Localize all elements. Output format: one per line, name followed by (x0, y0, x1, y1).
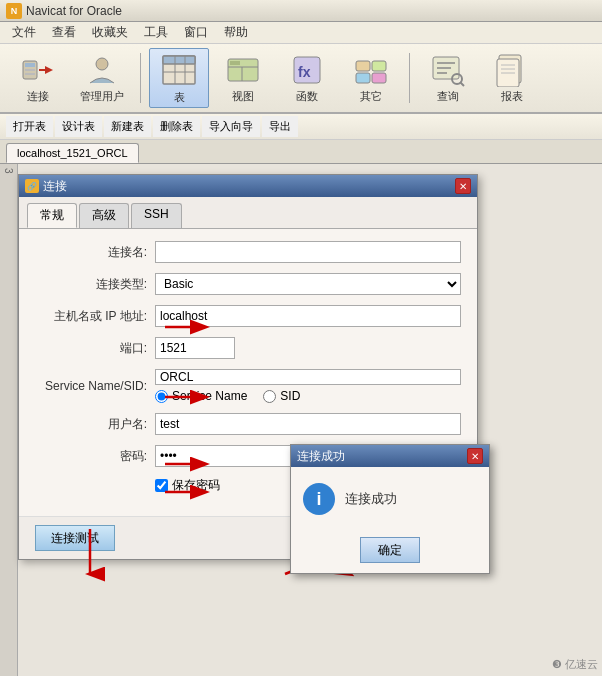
form-row-username: 用户名: (35, 413, 461, 435)
toolbar-report[interactable]: 报表 (482, 48, 542, 108)
svg-rect-3 (25, 73, 35, 75)
sec-new-table[interactable]: 新建表 (104, 116, 151, 137)
menu-file[interactable]: 文件 (4, 22, 44, 43)
port-input[interactable] (155, 337, 235, 359)
success-close-btn[interactable]: ✕ (467, 448, 483, 464)
svg-rect-8 (163, 56, 195, 64)
svg-rect-19 (372, 61, 386, 71)
dialog-close-btn[interactable]: ✕ (455, 178, 471, 194)
svg-rect-20 (356, 73, 370, 83)
success-title-text: 连接成功 (297, 448, 345, 465)
connect-test-btn[interactable]: 连接测试 (35, 525, 115, 551)
password-label: 密码: (35, 448, 155, 465)
service-input[interactable] (155, 369, 461, 385)
port-label: 端口: (35, 340, 155, 357)
menu-window[interactable]: 窗口 (176, 22, 216, 43)
conntype-label: 连接类型: (35, 276, 155, 293)
user-icon (84, 53, 120, 87)
menu-tools[interactable]: 工具 (136, 22, 176, 43)
form-row-conntype: 连接类型: Basic (35, 273, 461, 295)
toolbar-table-label: 表 (174, 90, 185, 105)
form-row-connname: 连接名: (35, 241, 461, 263)
menu-help[interactable]: 帮助 (216, 22, 256, 43)
form-row-port: 端口: (35, 337, 461, 359)
toolbar-connect-label: 连接 (27, 89, 49, 104)
svg-rect-18 (356, 61, 370, 71)
svg-rect-1 (25, 63, 35, 67)
connname-label: 连接名: (35, 244, 155, 261)
radio-service-name[interactable]: Service Name (155, 389, 247, 403)
menu-favorites[interactable]: 收藏夹 (84, 22, 136, 43)
username-label: 用户名: (35, 416, 155, 433)
sec-design-table[interactable]: 设计表 (55, 116, 102, 137)
service-label: Service Name/SID: (35, 379, 155, 393)
toolbar-function-label: 函数 (296, 89, 318, 104)
sec-toolbar: 打开表 设计表 新建表 删除表 导入向导 导出 (0, 114, 602, 140)
dialog-title-icon: 🔗 (25, 179, 39, 193)
success-message: 连接成功 (345, 490, 397, 508)
content-area: 3 🔗 连接 ✕ 常规 高级 SSH 连接名: (0, 164, 602, 676)
tab-connection[interactable]: localhost_1521_ORCL (6, 143, 139, 163)
success-title-bar: 连接成功 ✕ (291, 445, 489, 467)
connect-icon (20, 53, 56, 87)
toolbar-view-label: 视图 (232, 89, 254, 104)
success-footer: 确定 (291, 531, 489, 573)
toolbar-function[interactable]: fx 函数 (277, 48, 337, 108)
toolbar-manage-users[interactable]: 管理用户 (72, 48, 132, 108)
connname-input[interactable] (155, 241, 461, 263)
dialog-tab-general[interactable]: 常规 (27, 203, 77, 228)
menu-bar: 文件 查看 收藏夹 工具 窗口 帮助 (0, 22, 602, 44)
success-dialog: 连接成功 ✕ i 连接成功 确定 (290, 444, 490, 574)
dialog-title-text: 连接 (43, 178, 67, 195)
conntype-select[interactable]: Basic (155, 273, 461, 295)
dialog-title-left: 🔗 连接 (25, 178, 67, 195)
app-title: Navicat for Oracle (26, 4, 122, 18)
app-icon: N (6, 3, 22, 19)
dialog-tab-advanced[interactable]: 高级 (79, 203, 129, 228)
report-icon (494, 53, 530, 87)
sec-open-table[interactable]: 打开表 (6, 116, 53, 137)
success-body: i 连接成功 (291, 467, 489, 531)
dialog-title-bar: 🔗 连接 ✕ (19, 175, 477, 197)
svg-marker-5 (45, 66, 53, 74)
svg-rect-21 (372, 73, 386, 83)
toolbar-view[interactable]: 视图 (213, 48, 273, 108)
toolbar-other[interactable]: 其它 (341, 48, 401, 108)
save-pwd-checkbox[interactable] (155, 479, 168, 492)
toolbar-table[interactable]: 表 (149, 48, 209, 108)
username-input[interactable] (155, 413, 461, 435)
svg-text:fx: fx (298, 64, 311, 80)
view-icon (225, 53, 261, 87)
menu-view[interactable]: 查看 (44, 22, 84, 43)
query-icon (430, 53, 466, 87)
form-row-host: 主机名或 IP 地址: (35, 305, 461, 327)
function-icon: fx (289, 53, 325, 87)
toolbar-other-label: 其它 (360, 89, 382, 104)
sec-delete-table[interactable]: 删除表 (153, 116, 200, 137)
dialog-tabs: 常规 高级 SSH (19, 197, 477, 229)
sec-import-wizard[interactable]: 导入向导 (202, 116, 260, 137)
toolbar-connect[interactable]: 连接 (8, 48, 68, 108)
toolbar-sep-2 (409, 53, 410, 103)
toolbar-query[interactable]: 查询 (418, 48, 478, 108)
host-input[interactable] (155, 305, 461, 327)
footer-left: 连接测试 (35, 525, 115, 551)
title-bar: N Navicat for Oracle (0, 0, 602, 22)
success-ok-btn[interactable]: 确定 (360, 537, 420, 563)
host-label: 主机名或 IP 地址: (35, 308, 155, 325)
svg-point-6 (96, 58, 108, 70)
other-icon (353, 53, 389, 87)
svg-line-27 (460, 82, 464, 86)
sec-export[interactable]: 导出 (262, 116, 298, 137)
toolbar-sep-1 (140, 53, 141, 103)
toolbar-query-label: 查询 (437, 89, 459, 104)
radio-sid[interactable]: SID (263, 389, 300, 403)
toolbar-manage-users-label: 管理用户 (80, 89, 124, 104)
save-pwd-label: 保存密码 (172, 477, 220, 494)
watermark: ❸ 亿速云 (552, 657, 598, 672)
toolbar-report-label: 报表 (501, 89, 523, 104)
svg-rect-2 (25, 69, 35, 71)
tab-bar: localhost_1521_ORCL (0, 140, 602, 164)
dialog-tab-ssh[interactable]: SSH (131, 203, 182, 228)
svg-rect-15 (230, 61, 240, 65)
